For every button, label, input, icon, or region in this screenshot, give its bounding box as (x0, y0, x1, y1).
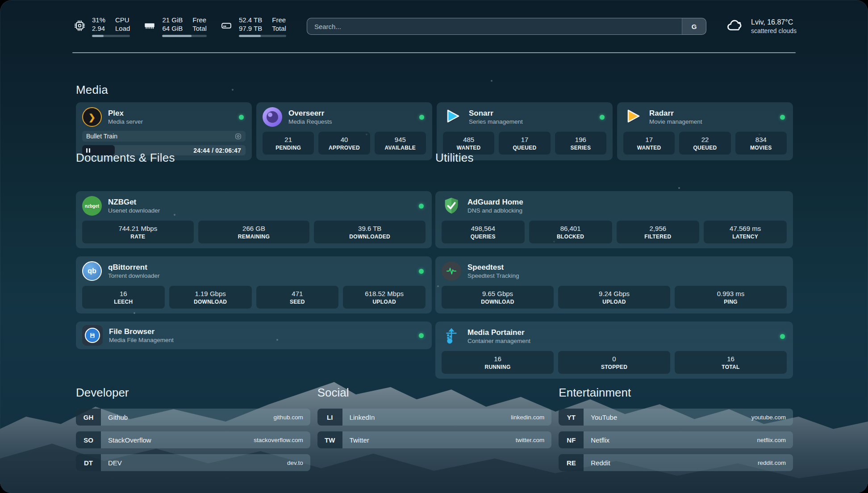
search-engine-button[interactable]: G (682, 18, 706, 34)
stat-queued: 22QUEUED (679, 132, 730, 155)
stat-available: 945AVAILABLE (375, 132, 426, 155)
stat-pending: 21PENDING (263, 132, 314, 155)
disk-stat: 52.4 TB 97.9 TB Free Total (220, 16, 286, 37)
app-card-portainer[interactable]: Media Portainer Container management 16R… (435, 322, 793, 379)
stat-queued: 17QUEUED (499, 132, 550, 155)
sonarr-icon (443, 107, 463, 127)
stat-leech: 16LEECH (82, 286, 165, 309)
app-name: Overseerr (288, 109, 332, 118)
speedtest-pulse-icon (442, 261, 461, 281)
stat-approved: 40APPROVED (318, 132, 370, 155)
utilities-column: AdGuard Home DNS and adblocking 498,564Q… (435, 191, 793, 387)
weather-location-temp: Lviv, 16.87°C (751, 18, 797, 26)
weather-widget: Lviv, 16.87°C scattered clouds (726, 16, 797, 37)
app-subtitle: Speedtest Tracking (467, 272, 519, 280)
app-card-speedtest[interactable]: Speedtest Speedtest Tracking 9.65 GbpsDO… (435, 256, 793, 313)
cpu-label-top: CPU (115, 16, 130, 24)
nzbget-icon: nzbget (82, 196, 102, 216)
stat-seed: 471SEED (256, 286, 339, 309)
app-name: AdGuard Home (467, 197, 523, 207)
section-title-utilities: Utilities (435, 151, 474, 165)
cpu-stat: 31% 2.94 CPU Load (74, 16, 130, 37)
stat-download: 9.65 GbpsDOWNLOAD (442, 286, 554, 309)
stat-remaining: 266 GBREMAINING (198, 221, 310, 243)
app-name: Sonarr (469, 109, 523, 118)
app-card-adguard[interactable]: AdGuard Home DNS and adblocking 498,564Q… (435, 191, 793, 248)
disk-progress-track (239, 35, 286, 37)
plex-icon: ❯ (82, 107, 102, 127)
app-card-filebrowser[interactable]: File Browser Media File Management (76, 322, 432, 349)
link-twitter[interactable]: TW Twitter twitter.com (317, 431, 552, 448)
bookmark-group-social: Social LI LinkedIn linkedin.com TW Twitt… (317, 386, 552, 477)
status-dot (419, 115, 424, 120)
app-card-qbittorrent[interactable]: qb qBittorrent Torrent downloader 16LEEC… (76, 256, 432, 313)
app-name: File Browser (109, 327, 174, 336)
stat-running: 16RUNNING (442, 351, 554, 374)
adguard-shield-icon (442, 196, 461, 216)
app-name: qBittorrent (108, 263, 160, 272)
ram-total: 64 GiB (162, 24, 183, 33)
cloud-icon (726, 16, 745, 37)
app-name: Plex (108, 109, 143, 118)
app-name: Speedtest (467, 263, 519, 272)
app-card-radarr[interactable]: Radarr Movie management 17WANTED 22QUEUE… (617, 102, 793, 160)
stat-downloaded: 39.6 TBDOWNLOADED (314, 221, 426, 243)
app-card-nzbget[interactable]: nzbget NZBGet Usenet downloader 744.21 M… (76, 191, 432, 248)
stat-blocked: 86,401BLOCKED (529, 221, 612, 243)
stat-movies: 834MOVIES (735, 132, 787, 155)
top-bar: 31% 2.94 CPU Load (74, 13, 797, 40)
link-dev[interactable]: DT DEV dev.to (76, 454, 310, 471)
stat-filtered: 2,956FILTERED (617, 221, 700, 243)
section-title-media: Media (76, 83, 108, 97)
media-card-grid: ❯ Plex Media server Bullet Train 24:44 (76, 102, 793, 160)
ram-label-bottom: Total (192, 24, 207, 33)
link-github[interactable]: GH Github github.com (76, 409, 310, 426)
link-youtube[interactable]: YT YouTube youtube.com (559, 409, 793, 426)
stat-download: 1.19 GbpsDOWNLOAD (169, 286, 252, 309)
documents-column: nzbget NZBGet Usenet downloader 744.21 M… (76, 191, 432, 357)
app-subtitle: DNS and adblocking (467, 207, 523, 214)
status-dot (780, 334, 785, 339)
cpu-label-bottom: Load (115, 24, 130, 33)
qbittorrent-icon: qb (82, 261, 102, 281)
session-camera-icon (235, 133, 242, 140)
search-input[interactable] (307, 18, 682, 34)
bookmarks-grid: Developer GH Github github.com SO StackO… (76, 386, 793, 477)
app-subtitle: Torrent downloader (108, 272, 160, 280)
stat-series: 196SERIES (555, 132, 606, 155)
disk-label-top: Free (272, 16, 286, 24)
stat-latency: 47.569 msLATENCY (704, 221, 787, 243)
section-title-documents: Documents & Files (76, 151, 175, 165)
radarr-icon (623, 107, 643, 127)
stat-stopped: 0STOPPED (558, 351, 670, 374)
link-linkedin[interactable]: LI LinkedIn linkedin.com (317, 409, 552, 426)
link-abbr-badge: GH (76, 409, 101, 426)
overseerr-icon (263, 107, 282, 127)
playback-time: 24:44 / 02:06:47 (193, 147, 241, 154)
link-abbr-badge: TW (317, 431, 342, 448)
status-dot (419, 333, 424, 338)
cpu-progress-track (92, 35, 130, 37)
stat-ping: 0.993 msPING (675, 286, 787, 309)
filebrowser-icon (82, 325, 103, 346)
app-subtitle: Media File Management (109, 336, 174, 344)
app-card-overseerr[interactable]: Overseerr Media Requests 21PENDING 40APP… (256, 102, 432, 160)
disk-free: 52.4 TB (239, 16, 262, 24)
link-netflix[interactable]: NF Netflix netflix.com (559, 431, 793, 448)
app-subtitle: Container management (467, 337, 530, 345)
bookmark-group-developer: Developer GH Github github.com SO StackO… (76, 386, 310, 477)
app-subtitle: Media Requests (288, 118, 332, 125)
link-abbr-badge: YT (559, 409, 584, 426)
link-reddit[interactable]: RE Reddit reddit.com (559, 454, 793, 471)
dashboard: 31% 2.94 CPU Load (0, 0, 868, 493)
system-stats: 31% 2.94 CPU Load (74, 16, 286, 37)
status-dot (600, 115, 605, 120)
section-title-social: Social (317, 386, 552, 400)
link-stackoverflow[interactable]: SO StackOverflow stackoverflow.com (76, 431, 310, 448)
disk-progress-fill (239, 35, 261, 37)
app-name: NZBGet (108, 197, 160, 207)
link-abbr-badge: NF (559, 431, 584, 448)
stat-queries: 498,564QUERIES (442, 221, 525, 243)
ram-icon (143, 19, 156, 33)
app-subtitle: Movie management (649, 118, 702, 125)
